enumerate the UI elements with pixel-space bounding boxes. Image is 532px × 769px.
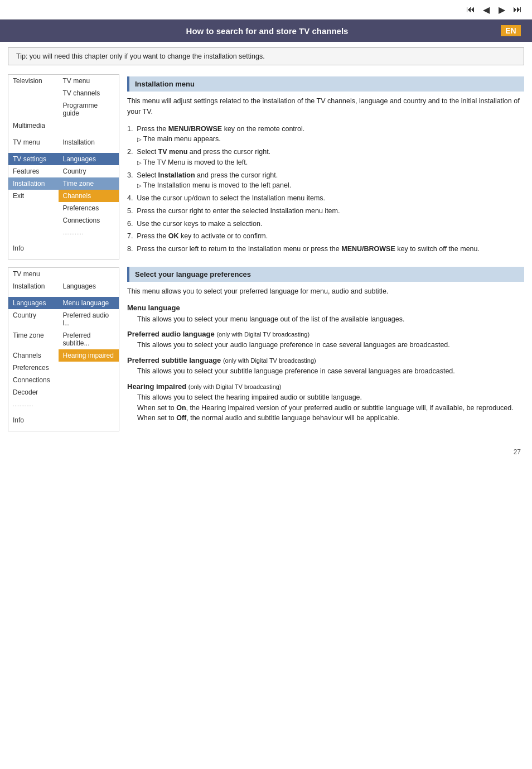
title-bar: How to search for and store TV channels … [0, 20, 532, 42]
table-row: TV settings Languages [8, 153, 119, 165]
sub-step: The main menu appears. [137, 134, 524, 145]
table-row: Installation Time zone [8, 177, 119, 190]
menu-lang-text: This allows you to select your menu lang… [137, 314, 524, 325]
list-item: 7. Press the OK key to activate or to co… [127, 231, 524, 242]
table-row [8, 148, 119, 153]
table-row: Preferences [8, 202, 119, 214]
nav-last-btn[interactable]: ⏭ [510, 3, 525, 16]
table-row [8, 254, 119, 259]
installation-menu-header: Installation menu [127, 76, 524, 92]
top-navigation: ⏮ ◀ ▶ ⏭ [0, 0, 532, 20]
menu-lang-heading: Menu language [127, 304, 524, 312]
list-item: 1. Press the MENU/BROWSE key on the remo… [127, 124, 524, 145]
table-row [8, 410, 119, 414]
table-row [8, 132, 119, 136]
page-title: How to search for and store TV channels [33, 26, 501, 36]
table-row: Channels Hearing impaired [8, 349, 119, 362]
pref-subtitle-text: This allows you to select your subtitle … [137, 366, 524, 377]
installation-steps: 1. Press the MENU/BROWSE key on the remo… [127, 124, 524, 254]
table-row: Connections [8, 374, 119, 386]
table-row: Programme guide [8, 99, 119, 119]
table-row: Connections [8, 214, 119, 227]
table-row: Multimedia [8, 119, 119, 132]
menu-diagram-1: Television TV menu TV channels Programme… [8, 74, 119, 259]
lang-prefs-intro: This menu allows you to select your pref… [127, 286, 524, 297]
tip-text: Tip: you will need this chapter only if … [16, 52, 265, 60]
table-row: Country Preferred audio l... [8, 309, 119, 329]
page-number: 27 [0, 443, 532, 462]
table-row: Exit Channels [8, 190, 119, 202]
left-panel: Television TV menu TV channels Programme… [8, 74, 119, 439]
list-item: 5. Press the cursor right to enter the s… [127, 206, 524, 217]
menu-diagram-2: TV menu Installation Languages Languages… [8, 267, 119, 431]
table-row: Languages Menu language [8, 297, 119, 309]
table-row: Info [8, 242, 119, 254]
sub-step: The Installation menu is moved to the le… [137, 180, 524, 191]
list-item: 2. Select TV menu and press the cursor r… [127, 147, 524, 168]
table-row: Television TV menu [8, 75, 119, 88]
hearing-text-1: This allows you to select the hearing im… [137, 392, 524, 403]
table-row: Decoder [8, 386, 119, 398]
sub-step: The TV Menu is moved to the left. [137, 157, 524, 168]
hearing-text: This allows you to select the hearing im… [137, 392, 524, 424]
table-row: TV menu [8, 268, 119, 281]
list-item: 6. Use the cursor keys to make a selecti… [127, 219, 524, 229]
table-row: Installation Languages [8, 280, 119, 292]
table-row: TV menu Installation [8, 136, 119, 148]
hearing-text-3: When set to Off, the normal audio and su… [137, 413, 524, 424]
table-row: TV channels [8, 87, 119, 99]
lang-prefs-header: Select your language preferences [127, 267, 524, 282]
nav-first-btn[interactable]: ⏮ [463, 3, 478, 16]
pref-audio-text: This allows you to select your audio lan… [137, 340, 524, 350]
table-row [8, 238, 119, 242]
table-row [8, 426, 119, 431]
installation-intro-text: This menu will adjust settings related t… [127, 96, 524, 117]
nav-next-btn[interactable]: ▶ [494, 3, 510, 16]
tip-bar: Tip: you will need this chapter only if … [8, 47, 524, 65]
nav-prev-btn[interactable]: ◀ [478, 3, 494, 16]
list-item: 3. Select Installation and press the cur… [127, 170, 524, 191]
language-badge: EN [501, 25, 521, 36]
table-row: ............ [8, 398, 119, 410]
table-row: Time zone Preferred subtitle... [8, 329, 119, 349]
main-content: Television TV menu TV channels Programme… [0, 71, 532, 443]
table-row: Features Country [8, 165, 119, 177]
list-item: 4. Use the cursor up/down to select the … [127, 193, 524, 204]
lang-prefs-intro-text: This menu allows you to select your pref… [127, 286, 524, 297]
hearing-text-2: When set to On, the Hearing impaired ver… [137, 403, 524, 414]
pref-subtitle-heading: Preferred subtitle language (only with D… [127, 356, 524, 364]
hearing-impaired-heading: Hearing impaired (only with Digital TV b… [127, 382, 524, 391]
right-panel: Installation menu This menu will adjust … [127, 74, 524, 439]
table-row: Info [8, 414, 119, 426]
installation-intro: This menu will adjust settings related t… [127, 96, 524, 117]
pref-audio-heading: Preferred audio language (only with Digi… [127, 330, 524, 338]
table-row: ............ [8, 227, 119, 238]
table-row [8, 292, 119, 297]
table-row: Preferences [8, 362, 119, 374]
list-item: 8. Press the cursor left to return to th… [127, 244, 524, 254]
